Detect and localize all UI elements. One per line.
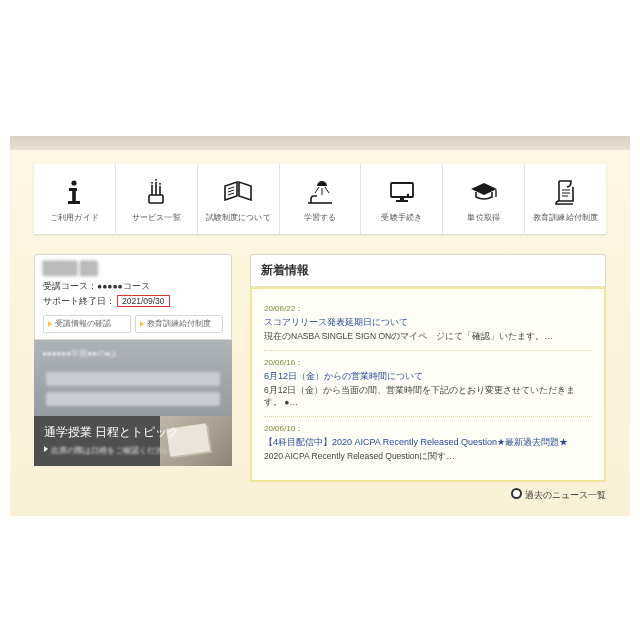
arrow-icon — [48, 321, 52, 327]
nav-label: 受験手続き — [381, 213, 422, 223]
svg-point-8 — [407, 194, 409, 196]
news-item[interactable]: 20/06/16： 6月12日（金）からの営業時間について 6月12日（金）から… — [264, 351, 592, 417]
top-nav-strip — [10, 136, 630, 150]
news-summary: 2020 AICPA Recently Released Questionに関す… — [264, 451, 592, 463]
graduation-icon — [469, 175, 499, 209]
news-list: 20/06/22： スコアリリース発表延期日について 現在のNASBA SING… — [250, 287, 606, 482]
news-title: スコアリリース発表延期日について — [264, 316, 592, 329]
left-column: ████ ██ 受講コース：●●●●●コース サポート終了日：2021/09/3… — [34, 254, 232, 466]
news-date: 20/06/16： — [264, 357, 592, 368]
document-icon — [554, 175, 578, 209]
news-date: 20/06/22： — [264, 303, 592, 314]
news-item[interactable]: 20/06/22： スコアリリース発表延期日について 現在のNASBA SING… — [264, 297, 592, 351]
nav-label: 教育訓練給付制度 — [533, 213, 598, 223]
news-summary: 6月12日（金）から当面の間、営業時間を下記のとおり変更させていただきます。 ●… — [264, 385, 592, 409]
nav-exam[interactable]: 試験制度について — [198, 164, 280, 234]
enrollment-info-button[interactable]: 受講情報の確認 — [43, 315, 131, 333]
news-panel: 新着情報 20/06/22： スコアリリース発表延期日について 現在のNASBA… — [250, 254, 606, 502]
nav-label: サービス一覧 — [132, 213, 181, 223]
button-label: 教育訓練給付制度 — [147, 319, 211, 329]
info-icon — [65, 175, 83, 209]
monitor-icon — [388, 175, 416, 209]
mid-text: ●●●●●●学習●●の●は、 — [34, 340, 232, 362]
support-date: 2021/09/30 — [117, 295, 170, 307]
svg-rect-2 — [73, 188, 77, 201]
book-icon — [223, 175, 253, 209]
pencils-icon — [143, 175, 169, 209]
schedule-title: 通学授業 日程とトピック — [44, 424, 222, 441]
nav-label: 単位取得 — [467, 213, 500, 223]
support-label: サポート終了日： — [43, 296, 115, 306]
news-title: 【4科目配信中】2020 AICPA Recently Released Que… — [264, 436, 592, 449]
nav-benefits[interactable]: 教育訓練給付制度 — [525, 164, 606, 234]
course-line: 受講コース：●●●●●コース — [43, 281, 223, 293]
nav-label: 試験制度について — [206, 213, 271, 223]
svg-rect-7 — [396, 200, 408, 202]
news-heading: 新着情報 — [250, 254, 606, 287]
nav-study[interactable]: 学習する — [280, 164, 362, 234]
svg-rect-6 — [400, 197, 404, 200]
svg-rect-3 — [68, 201, 80, 204]
nav-label: 学習する — [304, 213, 337, 223]
schedule-sub: 出席の際は日程をご確認ください — [44, 445, 222, 456]
button-label: 受講情報の確認 — [55, 319, 111, 329]
benefits-button[interactable]: 教育訓練給付制度 — [135, 315, 223, 333]
schedule-banner[interactable]: 通学授業 日程とトピック 出席の際は日程をご確認ください — [34, 416, 232, 466]
nav-procedure[interactable]: 受験手続き — [361, 164, 443, 234]
bullet-icon — [511, 488, 522, 499]
nav-label: ご利用ガイド — [50, 213, 99, 223]
nav-services[interactable]: サービス一覧 — [116, 164, 198, 234]
svg-rect-4 — [149, 195, 163, 203]
news-title: 6月12日（金）からの営業時間について — [264, 370, 592, 383]
support-line: サポート終了日：2021/09/30 — [43, 295, 223, 308]
news-date: 20/06/10： — [264, 423, 592, 434]
username-blurred: ████ ██ — [43, 261, 223, 275]
main-nav: ご利用ガイド サービス一覧 試験制度について — [34, 164, 606, 234]
mid-banner-blurred: ●●●●●●学習●●の●は、 — [34, 340, 232, 416]
news-summary: 現在のNASBA SINGLE SIGN ONのマイペ ジにて「確認」いたます。… — [264, 331, 592, 343]
nav-credits[interactable]: 単位取得 — [443, 164, 525, 234]
arrow-icon — [140, 321, 144, 327]
svg-rect-5 — [391, 183, 413, 197]
news-more-link[interactable]: 過去のニュース一覧 — [250, 488, 606, 502]
news-item[interactable]: 20/06/10： 【4科目配信中】2020 AICPA Recently Re… — [264, 417, 592, 470]
svg-point-0 — [72, 180, 77, 185]
nav-guide[interactable]: ご利用ガイド — [34, 164, 116, 234]
arrow-icon — [44, 446, 48, 452]
lamp-icon — [305, 175, 335, 209]
course-card: ████ ██ 受講コース：●●●●●コース サポート終了日：2021/09/3… — [34, 254, 232, 340]
